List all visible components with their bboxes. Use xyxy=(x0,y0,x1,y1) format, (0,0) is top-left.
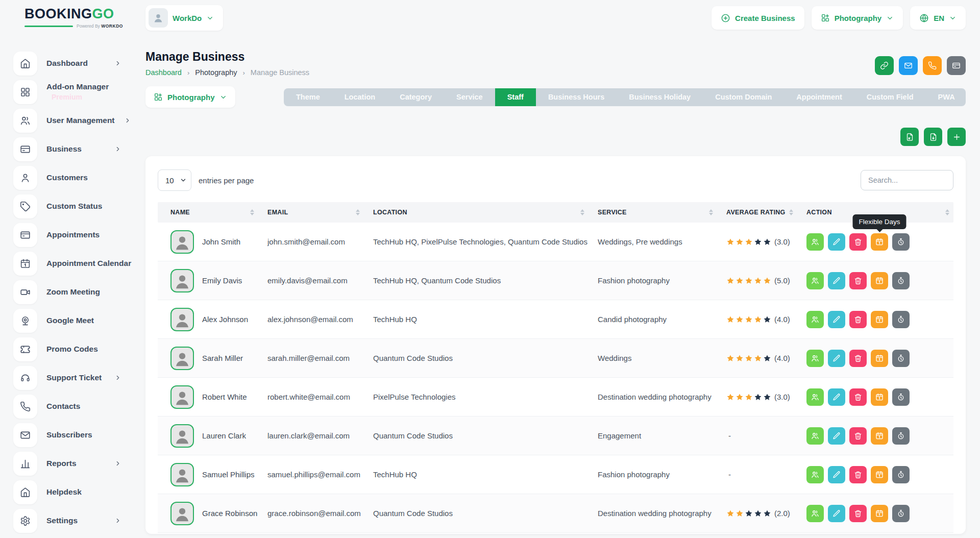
brand-logo[interactable]: BOOKINGGO Powered By WORKDO xyxy=(24,7,145,29)
tab-category[interactable]: Category xyxy=(387,88,444,106)
edit-button[interactable] xyxy=(828,311,845,328)
working-hours-button[interactable] xyxy=(892,311,910,328)
delete-button[interactable] xyxy=(849,311,867,328)
delete-button[interactable] xyxy=(849,388,867,406)
tab-theme[interactable]: Theme xyxy=(284,88,332,106)
row-actions xyxy=(806,311,949,328)
workspace-dropdown[interactable]: WorkDo xyxy=(145,5,223,31)
sidebar-item-appointments[interactable]: Appointments xyxy=(13,221,128,249)
breadcrumb-item-photography[interactable]: Photography xyxy=(195,68,237,77)
delete-button[interactable] xyxy=(849,272,867,289)
breadcrumb-item-dashboard[interactable]: Dashboard xyxy=(145,68,182,77)
flexible-days-button[interactable] xyxy=(871,272,888,289)
payment-button[interactable] xyxy=(947,56,966,75)
edit-button[interactable] xyxy=(828,272,845,289)
column-header-name[interactable]: NAME xyxy=(170,209,267,216)
flexible-days-button[interactable] xyxy=(871,311,888,328)
star-filled-icon xyxy=(736,277,744,285)
edit-button[interactable] xyxy=(828,388,845,406)
search-input[interactable] xyxy=(861,170,953,190)
tab-appointment[interactable]: Appointment xyxy=(784,88,854,106)
staff-location: PixelPulse Technologies xyxy=(373,393,598,401)
flexible-days-button[interactable] xyxy=(871,388,888,406)
assign-staff-button[interactable] xyxy=(806,272,824,289)
tab-business-hours[interactable]: Business Hours xyxy=(536,88,617,106)
assign-staff-button[interactable] xyxy=(806,466,824,483)
sidebar-item-google-meet[interactable]: Google Meet xyxy=(13,306,128,335)
sidebar-item-add-on-manager[interactable]: Add-on ManagerPremium xyxy=(13,78,128,106)
sidebar-item-support-ticket[interactable]: Support Ticket xyxy=(13,363,128,392)
tab-service[interactable]: Service xyxy=(444,88,495,106)
chart-icon xyxy=(13,452,37,476)
tab-custom-field[interactable]: Custom Field xyxy=(854,88,926,106)
sidebar-item-custom-status[interactable]: Custom Status xyxy=(13,192,128,221)
sidebar-item-appointment-calendar[interactable]: Appointment Calendar xyxy=(13,249,128,278)
breadcrumb-item-manage-business: Manage Business xyxy=(251,68,309,77)
assign-staff-button[interactable] xyxy=(806,233,824,251)
assign-staff-button[interactable] xyxy=(806,311,824,328)
sidebar-item-promo-codes[interactable]: Promo Codes xyxy=(13,335,128,363)
working-hours-button[interactable] xyxy=(892,350,910,367)
delete-button[interactable] xyxy=(849,505,867,522)
create-business-button[interactable]: Create Business xyxy=(712,6,804,30)
working-hours-button[interactable] xyxy=(892,388,910,406)
flexible-days-button[interactable] xyxy=(871,427,888,445)
sidebar-item-settings[interactable]: Settings xyxy=(13,506,128,535)
premium-badge: Premium xyxy=(52,93,109,102)
working-hours-button[interactable] xyxy=(892,233,910,251)
flexible-days-button[interactable] xyxy=(871,505,888,522)
flexible-days-button[interactable] xyxy=(871,350,888,367)
gear-icon xyxy=(13,509,37,533)
export-file-button[interactable] xyxy=(900,128,919,146)
tab-business-holiday[interactable]: Business Holiday xyxy=(617,88,703,106)
copy-link-button[interactable] xyxy=(875,56,894,75)
delete-button[interactable] xyxy=(849,427,867,445)
edit-button[interactable] xyxy=(828,427,845,445)
edit-button[interactable] xyxy=(828,350,845,367)
rating-value: (4.0) xyxy=(774,354,790,362)
add-staff-button[interactable] xyxy=(947,128,966,146)
tab-location[interactable]: Location xyxy=(332,88,387,106)
sidebar-item-customers[interactable]: Customers xyxy=(13,163,128,192)
sidebar-item-contacts[interactable]: Contacts xyxy=(13,392,128,421)
working-hours-button[interactable] xyxy=(892,505,910,522)
business-type-selector[interactable]: Photography xyxy=(812,6,903,30)
language-selector[interactable]: EN xyxy=(910,6,966,30)
flexible-days-button[interactable]: Flexible Days xyxy=(871,233,888,251)
delete-button[interactable] xyxy=(849,350,867,367)
sidebar-item-user-management[interactable]: User Management xyxy=(13,106,128,135)
table-row: Lauren Clarklauren.clark@email.comQuantu… xyxy=(158,417,953,455)
working-hours-button[interactable] xyxy=(892,427,910,445)
working-hours-button[interactable] xyxy=(892,272,910,289)
sidebar-item-dashboard[interactable]: Dashboard xyxy=(13,49,128,78)
sidebar-item-zoom-meeting[interactable]: Zoom Meeting xyxy=(13,278,128,306)
flexible-days-button[interactable] xyxy=(871,466,888,483)
working-hours-button[interactable] xyxy=(892,466,910,483)
sidebar-item-helpdesk[interactable]: Helpdesk xyxy=(13,478,128,506)
edit-button[interactable] xyxy=(828,466,845,483)
edit-button[interactable] xyxy=(828,233,845,251)
tab-pwa[interactable]: PWA xyxy=(926,88,966,106)
call-button[interactable] xyxy=(923,56,942,75)
sidebar-item-business[interactable]: Business xyxy=(13,135,128,163)
assign-staff-button[interactable] xyxy=(806,505,824,522)
column-header-service[interactable]: SERVICE xyxy=(598,209,726,216)
sidebar-item-reports[interactable]: Reports xyxy=(13,449,128,478)
delete-button[interactable] xyxy=(849,233,867,251)
column-header-location[interactable]: LOCATION xyxy=(373,209,598,216)
brand-name: BOOKINGGO xyxy=(24,7,145,21)
tab-custom-domain[interactable]: Custom Domain xyxy=(703,88,784,106)
sidebar-item-subscribers[interactable]: Subscribers xyxy=(13,421,128,449)
tab-staff[interactable]: Staff xyxy=(495,88,536,106)
assign-staff-button[interactable] xyxy=(806,350,824,367)
column-header-email[interactable]: EMAIL xyxy=(267,209,373,216)
assign-staff-button[interactable] xyxy=(806,388,824,406)
send-email-button[interactable] xyxy=(899,56,918,75)
download-file-button[interactable] xyxy=(924,128,942,146)
assign-staff-button[interactable] xyxy=(806,427,824,445)
edit-button[interactable] xyxy=(828,505,845,522)
business-dropdown[interactable]: Photography xyxy=(145,86,235,108)
entries-per-page-select[interactable]: 10 xyxy=(158,169,191,191)
delete-button[interactable] xyxy=(849,466,867,483)
column-header-average-rating[interactable]: AVERAGE RATING xyxy=(726,209,806,216)
